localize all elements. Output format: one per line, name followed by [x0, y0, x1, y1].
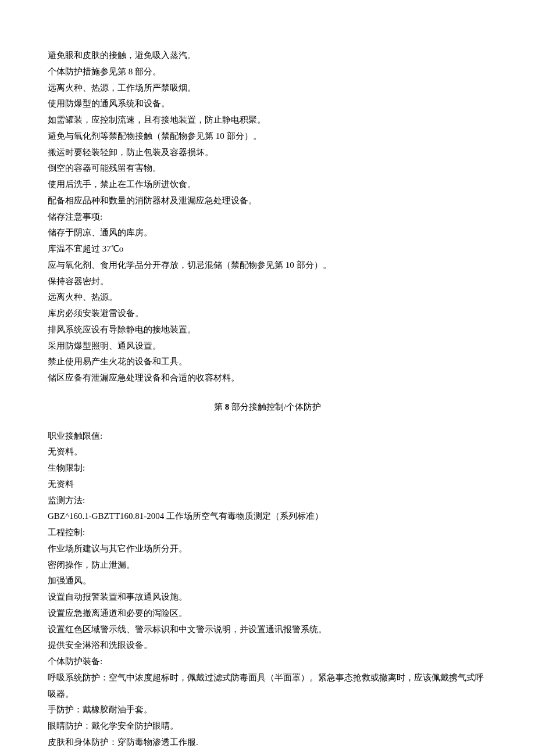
body-line: 库房必须安装避雷设备。	[48, 306, 487, 322]
body-line: 使用防爆型的通风系统和设备。	[48, 96, 487, 112]
body-line: 工程控制:	[48, 525, 487, 541]
body-line: 倒空的容器可能残留有害物。	[48, 160, 487, 177]
body-line: 储存于阴凉、通风的库房。	[48, 225, 487, 241]
heading-prefix: 第	[214, 402, 223, 411]
body-line: 避免与氧化剂等禁配物接触（禁配物参见第 10 部分）。	[48, 128, 487, 145]
body-line: 禁止使用易产生火花的设备和工具。	[48, 354, 487, 370]
body-line: 使用后洗手，禁止在工作场所进饮食。	[48, 177, 487, 193]
body-line: 避免眼和皮肤的接触，避免吸入蒸汽。	[48, 48, 487, 64]
body-line: 储存注意事项:	[48, 209, 487, 225]
body-line: 储区应备有泄漏应急处理设备和合适的收容材料。	[48, 370, 487, 386]
body-line: 监测方法:	[48, 493, 487, 509]
body-line: 个体防护措施参见第 8 部分。	[48, 64, 487, 80]
section-8-heading: 第 8 部分接触控制/个体防护	[48, 399, 487, 415]
body-line: 密闭操作，防止泄漏。	[48, 557, 487, 574]
body-line: 提供安全淋浴和洗眼设备。	[48, 637, 487, 654]
body-line: 无资料	[48, 476, 487, 493]
section-7-continued: 避免眼和皮肤的接触，避免吸入蒸汽。 个体防护措施参见第 8 部分。 远离火种、热…	[48, 48, 487, 386]
body-line: 保持容器密封。	[48, 274, 487, 290]
body-line: 库温不宜超过 37℃o	[48, 241, 487, 257]
body-line: 设置自动报警装置和事故通风设施。	[48, 589, 487, 605]
body-line: 个体防护装备:	[48, 654, 487, 670]
body-line: 搬运时要轻装轻卸，防止包装及容器损坏。	[48, 145, 487, 161]
body-line: 皮肤和身体防护：穿防毒物渗透工作服.	[48, 734, 487, 751]
document-page: 避免眼和皮肤的接触，避免吸入蒸汽。 个体防护措施参见第 8 部分。 远离火种、热…	[0, 0, 535, 756]
body-line: 作业场所建议与其它作业场所分开。	[48, 541, 487, 557]
section-8-body: 职业接触限值: 无资料。 生物限制: 无资料 监测方法: GBZ^160.1-G…	[48, 428, 487, 751]
body-line: 呼吸系统防护：空气中浓度超标时，佩戴过滤式防毒面具（半面罩）。紧急事态抢救或撤离…	[48, 670, 487, 703]
body-line: 排风系统应设有导除静电的接地装置。	[48, 322, 487, 338]
body-line: 如需罐装，应控制流速，且有接地装置，防止静电积聚。	[48, 112, 487, 128]
body-line: 远离火种、热源，工作场所严禁吸烟。	[48, 80, 487, 96]
body-line: GBZ^160.1-GBZTT160.81-2004 工作场所空气有毒物质测定（…	[48, 508, 487, 525]
body-line: 设置红色区域警示线、警示标识和中文警示说明，并设置通讯报警系统。	[48, 622, 487, 638]
body-line: 职业接触限值:	[48, 428, 487, 445]
body-line: 设置应急撤离通道和必要的泻险区。	[48, 605, 487, 622]
body-line: 采用防爆型照明、通风设置。	[48, 338, 487, 354]
body-line: 生物限制:	[48, 460, 487, 476]
body-line: 远离火种、热源。	[48, 289, 487, 306]
body-line: 配备相应品种和数量的消防器材及泄漏应急处理设备。	[48, 193, 487, 209]
body-line: 应与氧化剂、食用化学品分开存放，切忌混储（禁配物参见第 10 部分）。	[48, 257, 487, 274]
heading-suffix: 部分接触控制/个体防护	[231, 402, 321, 411]
heading-number: 8	[225, 402, 230, 411]
body-line: 手防护：戴橡胶耐油手套。	[48, 702, 487, 718]
body-line: 无资料。	[48, 444, 487, 460]
body-line: 眼睛防护：戴化学安全防护眼睛。	[48, 718, 487, 734]
body-line: 加强通风。	[48, 573, 487, 589]
